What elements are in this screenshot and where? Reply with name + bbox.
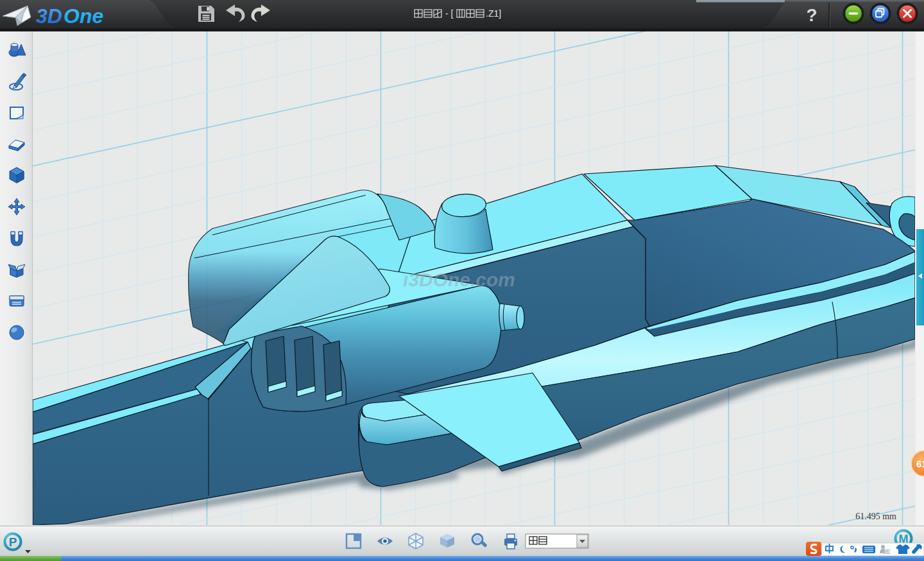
svg-text:i3DOne.com: i3DOne.com bbox=[403, 269, 515, 290]
svg-text:One: One bbox=[64, 4, 103, 28]
svg-text:14: 14 bbox=[885, 549, 890, 554]
svg-text:P: P bbox=[9, 535, 17, 549]
svg-text:.Z1]: .Z1] bbox=[486, 8, 501, 19]
svg-text:61: 61 bbox=[916, 458, 924, 469]
svg-text:?: ? bbox=[806, 5, 817, 25]
svg-text:3D: 3D bbox=[36, 4, 62, 28]
svg-text:- [: - [ bbox=[445, 8, 454, 19]
